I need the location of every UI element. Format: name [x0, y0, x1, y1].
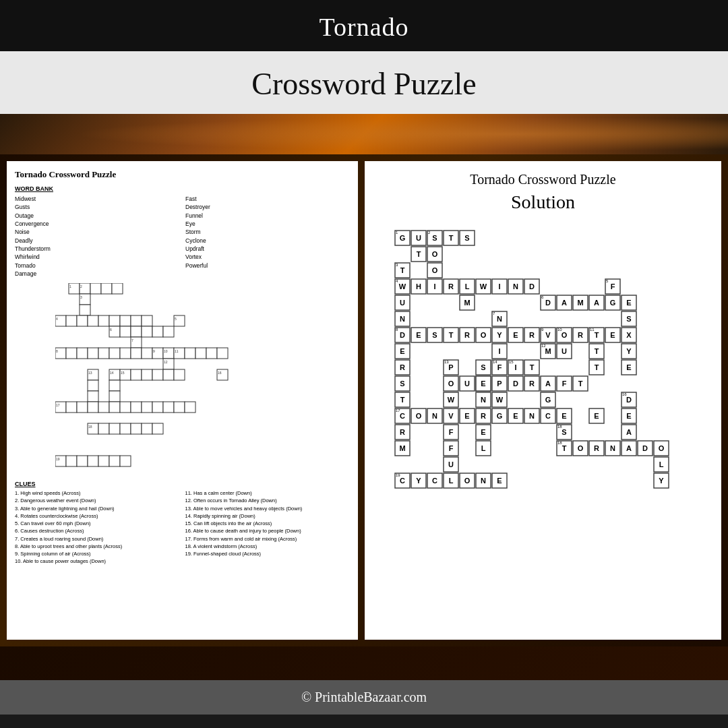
svg-text:R: R: [529, 380, 535, 388]
svg-text:E: E: [513, 331, 518, 339]
svg-text:8: 8: [56, 349, 58, 353]
svg-text:T: T: [562, 444, 566, 452]
svg-rect-13: [77, 315, 88, 326]
svg-text:18: 18: [88, 425, 92, 429]
svg-text:W: W: [479, 282, 487, 291]
background-area: [0, 114, 728, 154]
svg-text:V: V: [545, 331, 551, 339]
svg-text:O: O: [431, 250, 437, 258]
svg-text:S: S: [400, 380, 404, 388]
svg-text:M: M: [577, 299, 583, 307]
svg-text:U: U: [562, 347, 567, 355]
subheader: Crossword Puzzle: [0, 51, 728, 114]
svg-text:P: P: [448, 363, 453, 371]
svg-text:3: 3: [80, 295, 82, 299]
svg-rect-18: [131, 315, 142, 326]
svg-text:C: C: [545, 412, 551, 420]
svg-text:P: P: [497, 380, 502, 388]
svg-text:O: O: [464, 477, 470, 485]
svg-text:L: L: [659, 460, 663, 468]
svg-rect-72: [66, 402, 77, 413]
solution-title: Tornado Crossword Puzzle: [375, 172, 710, 187]
svg-rect-48: [195, 348, 206, 359]
svg-rect-39: [131, 348, 142, 359]
svg-text:E: E: [626, 412, 631, 420]
svg-text:D: D: [545, 299, 551, 307]
svg-rect-27: [152, 326, 163, 337]
svg-rect-99: [120, 456, 131, 466]
svg-rect-97: [98, 456, 109, 466]
svg-rect-98: [109, 456, 120, 466]
header: Tornado: [0, 0, 728, 51]
svg-text:F: F: [610, 282, 615, 291]
svg-text:M: M: [399, 444, 405, 452]
svg-text:T: T: [400, 266, 404, 274]
svg-rect-87: [109, 423, 120, 434]
svg-text:T: T: [448, 234, 453, 242]
svg-text:9: 9: [153, 349, 155, 353]
svg-text:R: R: [529, 331, 535, 339]
svg-rect-15: [98, 315, 109, 326]
svg-text:H: H: [416, 282, 421, 291]
svg-text:1: 1: [69, 284, 71, 289]
svg-rect-28: [163, 326, 174, 337]
svg-text:G: G: [496, 412, 502, 420]
svg-rect-76: [109, 402, 120, 413]
svg-text:L: L: [464, 282, 469, 291]
svg-rect-61: [152, 369, 163, 380]
svg-text:L: L: [448, 477, 453, 485]
right-panel: Tornado Crossword Puzzle Solution .sc { …: [365, 161, 721, 640]
svg-text:E: E: [464, 412, 469, 420]
svg-text:10: 10: [164, 349, 168, 353]
svg-text:R: R: [578, 331, 583, 339]
svg-text:G: G: [399, 234, 405, 242]
svg-rect-33: [66, 348, 77, 359]
svg-text:T: T: [448, 331, 453, 339]
svg-text:O: O: [577, 444, 583, 452]
svg-text:E: E: [400, 347, 404, 355]
svg-text:W: W: [398, 282, 406, 291]
svg-text:T: T: [594, 363, 599, 371]
svg-text:D: D: [513, 380, 518, 388]
svg-rect-16: [109, 315, 120, 326]
svg-text:O: O: [431, 266, 437, 274]
solution-svg: .sc { stroke:#444; stroke-width:1.5; fil…: [388, 224, 698, 554]
svg-rect-68: [88, 391, 98, 402]
svg-text:U: U: [416, 234, 421, 242]
footer-text: © PrintableBazaar.com: [301, 690, 427, 704]
svg-text:R: R: [464, 331, 470, 339]
svg-text:M: M: [545, 347, 551, 355]
svg-text:S: S: [464, 234, 469, 242]
svg-rect-37: [109, 348, 120, 359]
svg-text:R: R: [400, 428, 405, 436]
svg-text:A: A: [626, 428, 632, 436]
svg-text:E: E: [626, 363, 631, 371]
svg-rect-96: [88, 456, 98, 466]
svg-text:N: N: [529, 412, 535, 420]
svg-text:O: O: [658, 444, 664, 452]
svg-rect-73: [77, 402, 88, 413]
crossword-grid-left: 1 2 3 4: [55, 283, 350, 477]
svg-rect-86: [98, 423, 109, 434]
svg-rect-34: [77, 348, 88, 359]
svg-text:N: N: [481, 396, 486, 404]
svg-text:C: C: [432, 477, 437, 485]
svg-text:19: 19: [56, 457, 60, 461]
svg-rect-36: [98, 348, 109, 359]
svg-text:F: F: [562, 380, 566, 388]
svg-text:M: M: [464, 299, 470, 307]
svg-rect-67: [109, 380, 120, 391]
svg-text:17: 17: [56, 403, 60, 407]
svg-text:E: E: [626, 299, 631, 307]
svg-text:D: D: [626, 396, 632, 404]
svg-text:4: 4: [56, 317, 58, 321]
svg-rect-9: [80, 305, 90, 315]
svg-text:U: U: [464, 380, 470, 388]
svg-text:11: 11: [175, 349, 179, 353]
svg-text:E: E: [416, 331, 421, 339]
svg-text:N: N: [513, 282, 518, 291]
footer: © PrintableBazaar.com: [0, 680, 728, 715]
header-title: Tornado: [319, 13, 408, 41]
svg-rect-63: [174, 369, 185, 380]
svg-text:N: N: [481, 477, 486, 485]
